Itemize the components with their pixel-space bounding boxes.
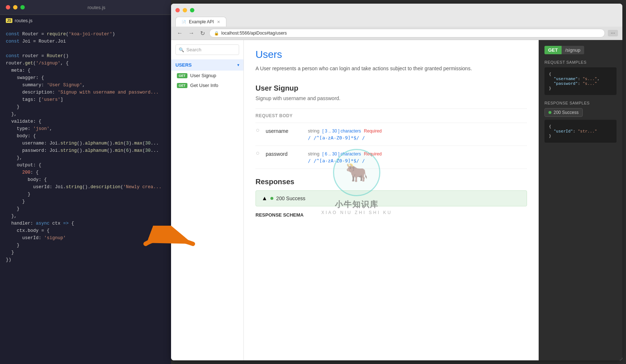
- right-response-badge[interactable]: 200 Success: [544, 108, 583, 117]
- tab-favicon: 📄: [182, 20, 186, 24]
- chevron-down-icon: ▾: [237, 63, 239, 67]
- code-line: },: [6, 213, 165, 220]
- back-button[interactable]: ←: [175, 29, 184, 37]
- sidebar-group-users: USERS ▾ GET User Signup GET Get User Inf…: [171, 59, 243, 90]
- code-line: },: [6, 111, 165, 118]
- tab-close-button[interactable]: ✕: [217, 20, 220, 24]
- code-line: validate: {: [6, 118, 165, 125]
- browser-tl-red[interactable]: [175, 8, 180, 12]
- response-label: 200 Success: [276, 195, 305, 201]
- param-details-password: string [ 6 .. 30 ] characters Required /…: [308, 151, 527, 163]
- param-dot: [256, 129, 259, 132]
- response-success-row[interactable]: ▲ 200 Success: [255, 190, 527, 206]
- sidebar-item-signup-label: User Signup: [190, 73, 217, 78]
- editor-titlebar: routes.js: [0, 0, 171, 15]
- code-line: description: 'Signup with username and p…: [6, 89, 165, 96]
- param-name-password: password: [266, 151, 302, 157]
- right-get-label: GET: [544, 46, 562, 54]
- response-schema-title: RESPONSE SCHEMA: [255, 212, 527, 218]
- browser-chrome: 📄 Example API ✕ ← → ↻ 🔒 localhost:5566/a…: [171, 4, 622, 40]
- param-row-password: password string [ 6 .. 30 ] characters R…: [255, 146, 527, 169]
- api-main: Users A User represents a person who can…: [244, 40, 539, 360]
- sidebar-group-label: USERS: [175, 62, 192, 68]
- code-line: 200: {: [6, 169, 165, 176]
- lock-icon: 🔒: [214, 31, 219, 36]
- extensions-button[interactable]: ⋯: [608, 30, 618, 36]
- request-code-block: { "username": "s...", "password": "s..."…: [544, 67, 617, 95]
- response-code-block: { "userId": "str..." }: [544, 120, 617, 143]
- editor-tab[interactable]: JS routes.js: [0, 15, 171, 26]
- param-required-password: Required: [364, 151, 382, 157]
- param-details-username: string [ 3 .. 30 ] characters Required /…: [308, 128, 527, 141]
- code-line: meta: {: [6, 67, 165, 74]
- code-line: tags: ['users']: [6, 96, 165, 103]
- code-line: }: [6, 103, 165, 111]
- param-type-password: string: [308, 151, 320, 157]
- code-line: output: {: [6, 162, 165, 169]
- browser-tl-yellow[interactable]: [183, 8, 187, 12]
- browser-content: 🔍 Search USERS ▾ GET User Signup GET Get…: [171, 40, 622, 360]
- request-body-label: REQUEST BODY: [255, 108, 527, 123]
- param-range-password: [ 6 .. 30 ] characters: [322, 151, 361, 157]
- forward-button[interactable]: →: [187, 29, 196, 37]
- code-line: type: 'json',: [6, 125, 165, 132]
- responses-title: Responses: [255, 178, 527, 186]
- endpoint-desc: Signup with username and password.: [255, 95, 527, 101]
- code-line: body: {: [6, 176, 165, 183]
- response-success-dot: [548, 111, 551, 114]
- response-samples-title: RESPONSE SAMPLES: [544, 101, 617, 105]
- browser-window: 📄 Example API ✕ ← → ↻ 🔒 localhost:5566/a…: [171, 4, 622, 360]
- code-line: [6, 45, 165, 52]
- code-line: userId: 'signup': [6, 234, 165, 242]
- param-pattern-password: / /^[a-zA-Z0-9]*$/ /: [308, 158, 527, 163]
- code-line: const Joi = Router.Joi: [6, 38, 165, 45]
- browser-tl-green[interactable]: [190, 8, 194, 12]
- code-line: }): [6, 256, 165, 264]
- code-line: }: [6, 242, 165, 249]
- section-desc: A User represents a person who can login…: [255, 65, 474, 72]
- code-line: },: [6, 154, 165, 162]
- code-line: password: Joi.string().alphanum().min(6)…: [6, 147, 165, 154]
- search-text: Search: [186, 47, 201, 52]
- browser-tab[interactable]: 📄 Example API ✕: [175, 17, 226, 27]
- search-icon: 🔍: [179, 47, 184, 52]
- code-line: handler: async ctx => {: [6, 220, 165, 227]
- param-row-username: username string [ 3 .. 30 ] characters R…: [255, 123, 527, 146]
- js-badge: JS: [6, 18, 12, 23]
- sidebar-item-get-user-info[interactable]: GET Get User Info: [171, 80, 243, 90]
- param-required-username: Required: [364, 128, 382, 134]
- address-bar[interactable]: 🔒 localhost:5566/apiDocs#tag/users: [209, 29, 605, 37]
- api-right-panel: GET /signup REQUEST SAMPLES { "username"…: [539, 40, 622, 360]
- refresh-button[interactable]: ↻: [199, 29, 206, 37]
- url-text: localhost:5566/apiDocs#tag/users: [221, 31, 287, 36]
- traffic-light-yellow[interactable]: [13, 5, 17, 9]
- sidebar-item-info-label: Get User Info: [190, 83, 218, 88]
- response-dot: [270, 197, 273, 200]
- section-title: Users: [255, 49, 527, 60]
- editor-title: routes.js: [87, 5, 105, 10]
- code-line: const router = Router(): [6, 52, 165, 60]
- param-type-row-password: string [ 6 .. 30 ] characters Required: [308, 151, 527, 157]
- code-line: ctx.body = {: [6, 227, 165, 234]
- traffic-light-green[interactable]: [20, 5, 25, 9]
- code-line: }: [6, 205, 165, 213]
- get-badge-info: GET: [177, 83, 187, 88]
- search-box[interactable]: 🔍 Search: [175, 44, 239, 55]
- browser-tab-bar: 📄 Example API ✕: [171, 17, 622, 27]
- traffic-light-red[interactable]: [6, 5, 10, 9]
- code-content: const Router = require('koa-joi-router')…: [0, 26, 171, 364]
- code-editor: routes.js JS routes.js const Router = re…: [0, 0, 171, 364]
- browser-titlebar: [171, 4, 622, 17]
- code-line: username: Joi.string().alphanum().min(3)…: [6, 140, 165, 147]
- param-name-username: username: [266, 128, 302, 134]
- get-badge-signup: GET: [177, 73, 187, 78]
- browser-nav: ← → ↻ 🔒 localhost:5566/apiDocs#tag/users…: [171, 27, 622, 40]
- sidebar-group-header[interactable]: USERS ▾: [171, 59, 243, 71]
- sidebar-item-user-signup[interactable]: GET User Signup: [171, 71, 243, 80]
- code-line: router.get('/signup', {: [6, 60, 165, 67]
- param-range-username: [ 3 .. 30 ] characters: [322, 128, 361, 134]
- chevron-up-icon: ▲: [262, 195, 268, 202]
- code-line: }: [6, 191, 165, 198]
- api-sidebar: 🔍 Search USERS ▾ GET User Signup GET Get…: [171, 40, 244, 360]
- code-line: const Router = require('koa-joi-router'): [6, 31, 165, 38]
